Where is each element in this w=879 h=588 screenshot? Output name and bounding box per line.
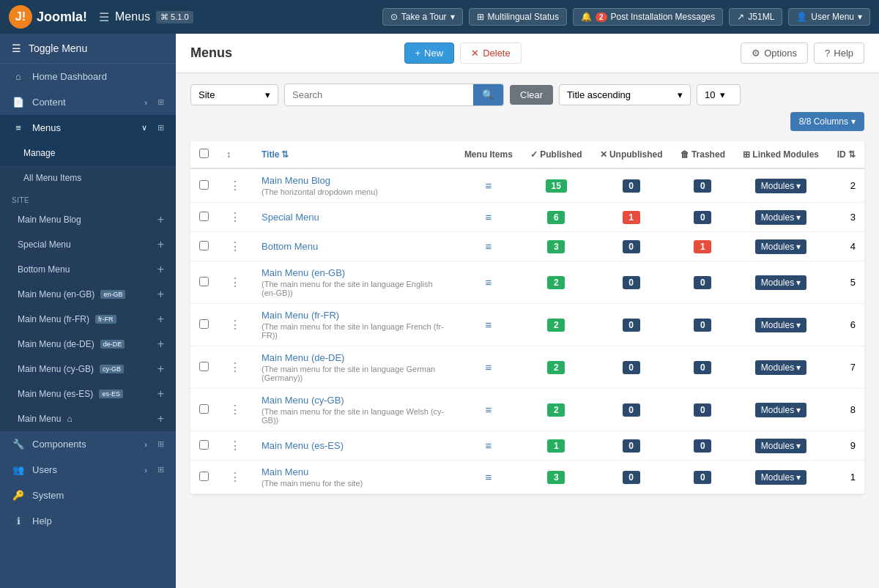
sidebar-item-main-menu-engb[interactable]: Main Menu (en-GB) en-GB + — [0, 282, 176, 307]
menu-title-link[interactable]: Main Menu (cy-GB) — [262, 395, 344, 406]
menu-subtitle: (The main menu for the site in language … — [262, 407, 447, 425]
list-icon: ≡ — [486, 319, 492, 331]
select-all-checkbox[interactable] — [199, 149, 209, 158]
sidebar-item-components[interactable]: 🔧 Components › ⊞ — [0, 431, 176, 457]
trashed-count: 0 — [694, 276, 711, 289]
j51ml-button[interactable]: ↗ J51ML — [729, 8, 782, 26]
modules-button[interactable]: Modules ▾ — [755, 210, 806, 225]
table-row: ⋮ Main Menu (de-DE) (The main menu for t… — [190, 346, 864, 389]
menu-title-link[interactable]: Main Menu (en-GB) — [262, 267, 345, 278]
add-icon: + — [157, 387, 164, 401]
options-button[interactable]: ⚙ Options — [741, 42, 808, 64]
menu-title-link[interactable]: Main Menu (de-DE) — [262, 352, 344, 363]
add-icon: + — [157, 263, 164, 276]
toggle-menu-button[interactable]: ☰ Toggle Menu — [0, 34, 176, 64]
sidebar-item-special-menu[interactable]: Special Menu + — [0, 232, 176, 257]
delete-button[interactable]: ✕ Delete — [460, 42, 522, 64]
modules-button[interactable]: Modules ▾ — [755, 360, 806, 375]
modules-button[interactable]: Modules ▾ — [755, 239, 806, 254]
sidebar-item-main-menu-frfr[interactable]: Main Menu (fr-FR) fr-FR + — [0, 307, 176, 332]
menu-title-link[interactable]: Bottom Menu — [262, 241, 318, 252]
modules-button[interactable]: Modules ▾ — [755, 439, 806, 453]
modules-button[interactable]: Modules ▾ — [755, 179, 806, 193]
row-checkbox[interactable] — [199, 319, 209, 329]
menu-title-link[interactable]: Main Menu — [262, 466, 308, 477]
grid-icon: ⊞ — [157, 439, 164, 449]
published-count: 2 — [547, 361, 565, 374]
sidebar-item-main-menu-dede[interactable]: Main Menu (de-DE) de-DE + — [0, 332, 176, 357]
menu-title-link[interactable]: Main Menu (es-ES) — [262, 440, 344, 451]
modules-button[interactable]: Modules ▾ — [755, 403, 806, 417]
menu-subtitle: (The main menu for the site in language … — [262, 365, 447, 382]
sidebar-item-main-menu-cygb[interactable]: Main Menu (cy-GB) cy-GB + — [0, 357, 176, 382]
row-checkbox[interactable] — [199, 440, 209, 450]
sidebar-item-bottom-menu[interactable]: Bottom Menu + — [0, 257, 176, 282]
user-menu-button[interactable]: 👤 User Menu ▾ — [788, 8, 870, 26]
tour-button[interactable]: ⊙ Take a Tour ▾ — [382, 8, 463, 26]
notifications-button[interactable]: 🔔 2 Post Installation Messages — [573, 8, 723, 26]
menu-title-link[interactable]: Main Menu (fr-FR) — [262, 310, 339, 321]
search-input[interactable] — [285, 85, 473, 105]
trashed-count: 0 — [694, 403, 711, 417]
x-icon: ✕ — [471, 48, 479, 59]
row-checkbox[interactable] — [199, 241, 209, 250]
check-icon: ✓ — [530, 149, 540, 160]
sidebar-item-menus[interactable]: ≡ Menus ∨ ⊞ — [0, 115, 176, 141]
sort-title-button[interactable]: Title ⇅ — [262, 149, 447, 160]
sidebar-item-home[interactable]: ⌂ Home Dashboard — [0, 64, 176, 89]
row-checkbox[interactable] — [199, 212, 209, 221]
row-reorder-button[interactable]: ⋮ — [226, 209, 244, 226]
help-button[interactable]: ? Help — [814, 42, 864, 64]
modules-button[interactable]: Modules ▾ — [755, 318, 806, 332]
row-id: 3 — [828, 203, 864, 232]
published-count: 6 — [547, 211, 565, 224]
modules-button[interactable]: Modules ▾ — [755, 275, 806, 290]
sidebar-item-main-menu-blog[interactable]: Main Menu Blog + — [0, 207, 176, 232]
table-row: ⋮ Main Menu (fr-FR) (The main menu for t… — [190, 304, 864, 346]
table-row: ⋮ Main Menu (es-ES) ≡ 1 0 0 Modules ▾ 9 — [190, 431, 864, 461]
search-box: 🔍 — [284, 83, 504, 106]
row-reorder-button[interactable]: ⋮ — [226, 359, 244, 376]
col-published: ✓ Published — [522, 141, 591, 168]
new-button[interactable]: + New — [404, 42, 455, 64]
row-reorder-button[interactable]: ⋮ — [226, 238, 244, 255]
per-page-dropdown[interactable]: 10 ▾ — [697, 84, 741, 105]
modules-button[interactable]: Modules ▾ — [755, 470, 806, 485]
row-reorder-button[interactable]: ⋮ — [226, 469, 244, 485]
columns-button[interactable]: 8/8 Columns ▾ — [790, 112, 864, 131]
add-icon: + — [157, 338, 164, 351]
sidebar-item-content[interactable]: 📄 Content › ⊞ — [0, 89, 176, 115]
menu-title-link[interactable]: Main Menu Blog — [262, 175, 330, 186]
row-reorder-button[interactable]: ⋮ — [226, 177, 244, 194]
row-checkbox[interactable] — [199, 362, 209, 371]
menu-title-link[interactable]: Special Menu — [262, 212, 319, 223]
toggle-icon: ☰ — [12, 42, 21, 54]
unpublished-count: 0 — [623, 361, 640, 374]
sidebar-item-users[interactable]: 👥 Users › ⊞ — [0, 457, 176, 483]
sidebar-item-main-menu[interactable]: Main Menu ⌂ + — [0, 406, 176, 431]
question-icon: ? — [825, 48, 830, 59]
sidebar-item-system[interactable]: 🔑 System — [0, 483, 176, 508]
col-id: ID ⇅ — [828, 141, 864, 168]
row-reorder-button[interactable]: ⋮ — [226, 401, 244, 418]
home-icon: ⌂ — [67, 414, 72, 424]
clear-button[interactable]: Clear — [510, 85, 553, 105]
row-checkbox[interactable] — [199, 472, 209, 481]
site-filter[interactable]: Site ▾ — [190, 84, 278, 105]
sidebar-item-manage[interactable]: Manage — [0, 141, 176, 165]
row-checkbox[interactable] — [199, 404, 209, 414]
multilingual-button[interactable]: ⊞ Multilingual Status — [469, 8, 567, 26]
sort-dropdown[interactable]: Title ascending ▾ — [559, 84, 691, 105]
sidebar-item-main-menu-eses[interactable]: Main Menu (es-ES) es-ES + — [0, 382, 176, 406]
row-reorder-button[interactable]: ⋮ — [226, 437, 244, 454]
row-checkbox[interactable] — [199, 277, 209, 286]
row-checkbox[interactable] — [199, 180, 209, 190]
row-reorder-button[interactable]: ⋮ — [226, 274, 244, 291]
search-icon: 🔍 — [482, 89, 494, 100]
sidebar-item-all-menu-items[interactable]: All Menu Items — [0, 165, 176, 190]
filter-bar: Site ▾ 🔍 Clear Title ascending ▾ — [176, 73, 879, 141]
sidebar-item-help[interactable]: ℹ Help — [0, 508, 176, 534]
plus-icon: + — [415, 48, 421, 59]
row-reorder-button[interactable]: ⋮ — [226, 316, 244, 333]
search-button[interactable]: 🔍 — [473, 84, 503, 105]
